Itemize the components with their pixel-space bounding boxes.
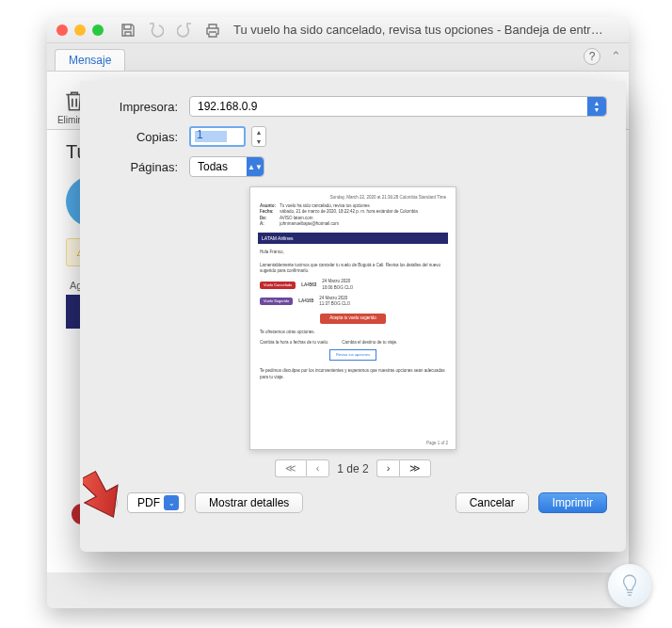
prev-page-button[interactable]: ‹ [306,459,330,477]
page-navigator: ≪ ‹ 1 de 2 › ≫ [99,459,607,477]
help-button[interactable]: ? [99,493,118,512]
help-icon[interactable]: ? [584,48,600,65]
tab-message[interactable]: Mensaje [55,49,125,71]
titlebar: Tu vuelo ha sido cancelado, revisa tus o… [47,17,629,43]
redo-icon[interactable] [177,23,192,38]
save-icon[interactable] [120,23,136,38]
printer-select[interactable]: 192.168.0.9 ▲▼ [189,96,607,117]
show-details-button[interactable]: Mostrar detalles [195,492,303,513]
print-dialog: Impresora: 192.168.0.9 ▲▼ Copias: 1 ▲▼ P… [80,81,626,552]
print-button[interactable]: Imprimir [538,492,607,513]
cancel-button[interactable]: Cancelar [456,492,529,513]
pages-label: Páginas: [99,160,178,174]
copies-stepper[interactable]: ▲▼ [251,126,266,147]
close-icon[interactable] [56,24,68,36]
window-controls[interactable] [56,24,104,36]
last-page-button[interactable]: ≫ [399,459,431,477]
copies-label: Copias: [99,130,178,144]
chevron-down-icon: ⌄ [164,495,179,510]
copies-input[interactable]: 1 [189,126,246,147]
titlebar-quick-icons [120,23,220,38]
first-page-button[interactable]: ≪ [275,459,306,477]
page-indicator: 1 de 2 [337,462,368,475]
undo-icon[interactable] [149,23,164,38]
pdf-dropdown[interactable]: PDF ⌄ [127,492,185,513]
window-title: Tu vuelo ha sido cancelado, revisa tus o… [233,23,619,37]
tabstrip: Mensaje ? ⌃ [47,43,629,72]
collapse-ribbon-icon[interactable]: ⌃ [611,49,621,63]
printer-label: Impresora: [99,100,178,114]
print-icon[interactable] [205,23,220,38]
pages-select[interactable]: Todas ▲▼ [189,156,264,177]
chevron-updown-icon: ▲▼ [247,157,264,176]
minimize-icon[interactable] [74,24,86,36]
zoom-icon[interactable] [92,24,104,36]
hint-bubble-icon[interactable] [608,564,651,607]
chevron-updown-icon: ▲▼ [587,97,606,116]
print-preview-page: Sunday, March 22, 2020 at 21:36:28 Colom… [249,186,456,450]
next-page-button[interactable]: › [376,459,400,477]
